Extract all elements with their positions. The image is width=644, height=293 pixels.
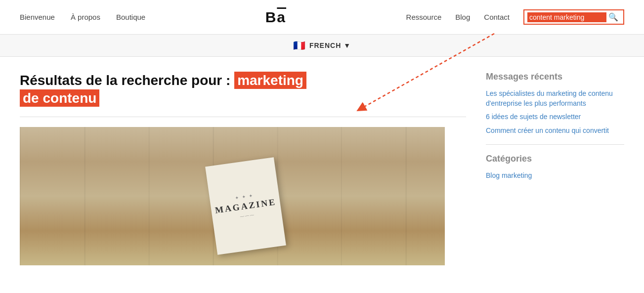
nav-apropos[interactable]: À propos (71, 13, 100, 21)
sidebar-recent-title: Messages récents (486, 72, 624, 82)
nav-contact[interactable]: Contact (484, 13, 510, 21)
highlight-word2: de contenu (20, 89, 99, 107)
sidebar: Messages récents Les spécialistes du mar… (486, 72, 624, 265)
site-logo[interactable]: Ba (265, 9, 286, 26)
lang-label[interactable]: FRENCH ▼ (309, 42, 351, 49)
sidebar-link-2[interactable]: Comment créer un contenu qui convertit (486, 126, 624, 136)
highlight-word1: marketing (234, 72, 306, 89)
sidebar-link-0[interactable]: Les spécialistes du marketing de contenu… (486, 89, 624, 108)
article-image: ✦ ✦ ✦ MAGAZINE — — — (20, 127, 445, 265)
main-container: Résultats de la recherche pour : marketi… (0, 57, 644, 275)
search-input[interactable] (527, 12, 606, 22)
site-header: Bienvenue À propos Boutique Ba Ressource… (0, 0, 644, 35)
logo-text: Ba (265, 9, 286, 26)
results-prefix: Résultats de la recherche pour : (20, 73, 234, 88)
nav-bienvenue[interactable]: Bienvenue (20, 13, 55, 21)
content-divider (20, 117, 466, 117)
content-area: Résultats de la recherche pour : marketi… (20, 72, 466, 265)
nav-boutique[interactable]: Boutique (116, 13, 145, 21)
search-area: 🔍 (523, 9, 624, 25)
sidebar-category-0[interactable]: Blog marketing (486, 171, 624, 181)
sidebar-link-1[interactable]: 6 idées de sujets de newsletter (486, 112, 624, 122)
nav-right: Ressource Blog Contact (406, 13, 510, 21)
sidebar-categories-title: Catégories (486, 154, 624, 164)
flag-icon: 🇫🇷 (293, 40, 305, 51)
nav-left: Bienvenue À propos Boutique (20, 13, 145, 21)
search-button[interactable]: 🔍 (606, 11, 620, 23)
nav-ressource[interactable]: Ressource (406, 13, 442, 21)
language-bar: 🇫🇷 FRENCH ▼ (0, 35, 644, 57)
search-results-heading: Résultats de la recherche pour : marketi… (20, 72, 466, 108)
sidebar-divider (486, 144, 624, 145)
magazine-overlay: ✦ ✦ ✦ MAGAZINE — — — (205, 157, 286, 255)
nav-blog[interactable]: Blog (455, 13, 470, 21)
